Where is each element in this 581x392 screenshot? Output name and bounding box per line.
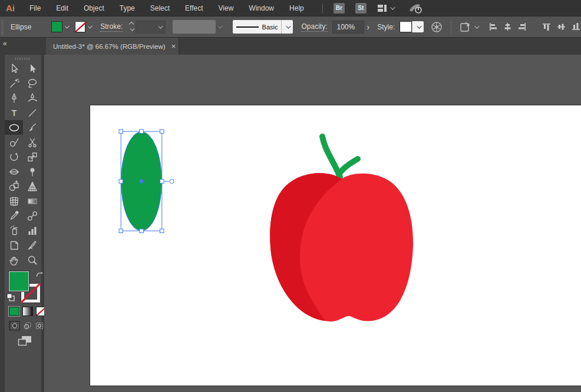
control-bar-grip[interactable]: [1, 19, 5, 35]
touch-workspace-icon[interactable]: [408, 2, 423, 14]
menu-item-window[interactable]: Window: [241, 0, 282, 16]
tool-eyedropper[interactable]: [5, 208, 23, 223]
handle-top-left[interactable]: [119, 129, 123, 134]
horizontal-align-left-icon[interactable]: [488, 22, 498, 32]
tool-blend[interactable]: [23, 208, 41, 223]
vertical-align-center-icon[interactable]: [556, 22, 566, 32]
menu-item-type[interactable]: Type: [112, 0, 143, 16]
tool-puppet-warp[interactable]: [23, 164, 41, 179]
tool-rotate[interactable]: [5, 150, 23, 164]
vertical-align-bottom-icon[interactable]: [571, 22, 581, 32]
tool-scissors[interactable]: [23, 135, 41, 150]
collapse-panel-icon[interactable]: «: [3, 39, 6, 48]
screen-mode-button[interactable]: [18, 335, 32, 346]
chevron-down-icon[interactable]: [65, 24, 70, 28]
stroke-style-chevron[interactable]: [281, 20, 293, 34]
chevron-down-icon[interactable]: [88, 24, 93, 28]
opacity-label[interactable]: Opacity:: [301, 22, 327, 32]
brush-definition-dropdown: [173, 20, 216, 34]
default-fill-stroke-icon[interactable]: [6, 293, 15, 301]
chevron-down-icon: [417, 24, 421, 28]
handle-bottom-left[interactable]: [119, 229, 123, 233]
graphic-style-swatch[interactable]: [400, 21, 412, 32]
tool-symbol-sprayer[interactable]: [5, 223, 23, 238]
tool-shape-builder[interactable]: [5, 179, 23, 194]
menu-item-edit[interactable]: Edit: [48, 0, 76, 16]
handle-middle-left[interactable]: [119, 180, 123, 184]
menu-item-object[interactable]: Object: [76, 0, 112, 16]
handle-top-center[interactable]: [140, 129, 144, 134]
tool-perspective-grid[interactable]: [23, 179, 41, 194]
fill-color-swatch[interactable]: [51, 21, 62, 32]
draw-normal-button[interactable]: [9, 321, 20, 331]
tool-pen[interactable]: [5, 91, 23, 105]
center-anchor-point[interactable]: [140, 180, 144, 184]
draw-inside-button[interactable]: [34, 321, 45, 331]
horizontal-align-right-icon[interactable]: [517, 22, 527, 32]
handle-bottom-center[interactable]: [140, 229, 144, 233]
tool-curvature[interactable]: [23, 91, 41, 105]
stroke-weight-dropdown[interactable]: [136, 21, 166, 34]
stepper-down-icon[interactable]: [130, 26, 134, 31]
tool-lasso[interactable]: [23, 76, 41, 91]
tool-magic-wand[interactable]: [5, 76, 23, 91]
tool-type[interactable]: T: [5, 105, 23, 120]
horizontal-align-center-icon[interactable]: [503, 22, 513, 32]
stroke-style-preview[interactable]: Basic: [233, 20, 281, 34]
tool-hand[interactable]: [5, 253, 23, 267]
fill-indicator[interactable]: [9, 271, 29, 291]
panel-grip[interactable]: [15, 58, 31, 60]
tool-direct-selection[interactable]: [23, 61, 41, 76]
tool-slice[interactable]: [23, 238, 41, 253]
swap-fill-stroke-icon[interactable]: [35, 271, 44, 278]
isolate-mode-button[interactable]: [460, 21, 478, 33]
tool-width[interactable]: [5, 164, 23, 179]
tool-line-segment[interactable]: [23, 105, 41, 120]
stroke-weight-label[interactable]: Stroke:: [100, 22, 123, 32]
graphic-style-chevron[interactable]: [412, 21, 424, 32]
menu-item-effect[interactable]: Effect: [177, 0, 210, 16]
menu-item-view[interactable]: View: [211, 0, 242, 16]
tool-column-graph[interactable]: [23, 223, 41, 238]
workspace-switcher[interactable]: [377, 4, 394, 12]
style-label: Style:: [377, 23, 395, 31]
active-tool-label: Ellipse: [11, 23, 31, 31]
svg-text:T: T: [11, 108, 16, 118]
recolor-artwork-button[interactable]: [431, 21, 443, 33]
tool-zoom[interactable]: [23, 253, 41, 267]
vertical-align-top-icon[interactable]: [542, 22, 552, 32]
workspace: T: [0, 55, 581, 392]
opacity-more-button[interactable]: ›: [364, 21, 372, 34]
tool-artboard[interactable]: [5, 238, 23, 253]
stroke-style-dropdown[interactable]: Basic: [233, 20, 293, 34]
stroke-weight-stepper[interactable]: [130, 22, 133, 31]
close-icon[interactable]: ×: [171, 42, 176, 51]
opacity-input[interactable]: 100%: [332, 21, 364, 34]
menu-item-select[interactable]: Select: [143, 0, 177, 16]
handle-middle-right[interactable]: [160, 180, 164, 184]
tool-paintbrush[interactable]: [23, 120, 41, 135]
tool-ellipse[interactable]: [5, 120, 23, 135]
canvas: [44, 55, 581, 392]
stroke-color-swatch[interactable]: [75, 21, 85, 32]
menu-item-file[interactable]: File: [22, 0, 48, 16]
color-button[interactable]: [9, 307, 19, 316]
recolor-artwork-icon: [431, 21, 443, 33]
tab-bar: « Untitled-3* @ 66.67% (RGB/Preview) ×: [0, 38, 581, 55]
control-bar: Ellipse Stroke: Basic Opacity: 100% › St…: [0, 16, 581, 38]
tool-shaper[interactable]: [5, 135, 23, 150]
tool-mesh[interactable]: [5, 194, 23, 208]
stock-button[interactable]: St: [355, 3, 367, 14]
tool-scale[interactable]: [23, 150, 41, 164]
fill-stroke-controls: [8, 271, 46, 304]
bridge-button[interactable]: Br: [334, 3, 345, 14]
opacity-value: 100%: [337, 23, 355, 31]
document-tab[interactable]: Untitled-3* @ 66.67% (RGB/Preview) ×: [46, 38, 179, 55]
tool-selection[interactable]: [5, 61, 23, 76]
tool-gradient[interactable]: [23, 194, 41, 208]
gradient-button[interactable]: [22, 307, 33, 316]
handle-bottom-right[interactable]: [160, 229, 164, 233]
draw-behind-button[interactable]: [21, 321, 32, 331]
menu-item-help[interactable]: Help: [282, 0, 312, 16]
handle-top-right[interactable]: [160, 129, 164, 134]
